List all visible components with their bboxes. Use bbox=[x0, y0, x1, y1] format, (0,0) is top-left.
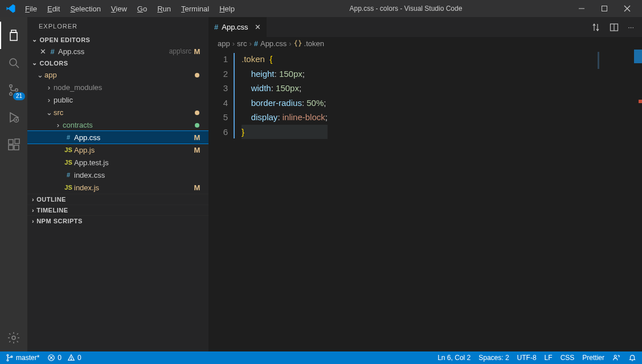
activity-bar: 21 bbox=[0, 17, 27, 351]
file-icon: JS bbox=[63, 184, 74, 191]
breadcrumb-item[interactable]: .token bbox=[304, 39, 324, 48]
title-bar: File Edit Selection View Go Run Terminal… bbox=[0, 0, 642, 17]
svg-rect-13 bbox=[9, 140, 13, 144]
activity-search-icon[interactable] bbox=[0, 49, 27, 76]
file-item[interactable]: #index.css bbox=[27, 169, 208, 181]
breadcrumb-item[interactable]: App.css bbox=[260, 39, 287, 48]
open-editors-label: OPEN EDITORS bbox=[40, 36, 91, 43]
npm-scripts-label: NPM SCRIPTS bbox=[36, 218, 83, 224]
status-bell-icon[interactable] bbox=[628, 354, 636, 362]
svg-point-20 bbox=[7, 354, 9, 356]
code-content[interactable]: .token { height: 150px; width: 150px; bo… bbox=[237, 50, 328, 351]
menu-terminal[interactable]: Terminal bbox=[177, 2, 214, 15]
tab-app-css[interactable]: # App.css ✕ bbox=[208, 17, 267, 37]
folder-public[interactable]: › public bbox=[27, 93, 208, 106]
status-spaces[interactable]: Spaces: 2 bbox=[479, 354, 509, 362]
folder-node-modules[interactable]: › node_modules bbox=[27, 81, 208, 93]
open-editor-status: M bbox=[191, 47, 203, 56]
folder-label: app bbox=[44, 71, 191, 79]
editor-actions: ··· bbox=[583, 23, 642, 32]
breadcrumb-item[interactable]: src bbox=[237, 39, 247, 48]
menu-edit[interactable]: Edit bbox=[43, 2, 64, 15]
close-icon[interactable]: ✕ bbox=[39, 47, 47, 56]
chevron-down-icon: ⌄ bbox=[32, 59, 38, 67]
chevron-down-icon: ⌄ bbox=[35, 71, 44, 79]
chevron-right-icon: › bbox=[32, 196, 34, 203]
svg-rect-16 bbox=[15, 139, 19, 144]
window-controls bbox=[573, 5, 639, 12]
svg-point-22 bbox=[11, 356, 13, 358]
status-feedback-icon[interactable] bbox=[612, 354, 620, 362]
svg-point-8 bbox=[15, 89, 18, 92]
svg-point-27 bbox=[71, 359, 72, 359]
status-lang[interactable]: CSS bbox=[561, 354, 575, 362]
breadcrumb-item[interactable]: app bbox=[218, 39, 230, 48]
status-encoding[interactable]: UTF-8 bbox=[517, 354, 537, 362]
workspace-section[interactable]: ⌄ COLORS bbox=[27, 58, 208, 68]
minimize-button[interactable] bbox=[578, 5, 587, 12]
activity-debug-icon[interactable] bbox=[0, 104, 27, 131]
close-button[interactable] bbox=[624, 5, 633, 12]
explorer-sidebar: EXPLORER ⌄ OPEN EDITORS ✕ # App.css app\… bbox=[27, 17, 208, 351]
file-item[interactable]: JSindex.jsM bbox=[27, 181, 208, 194]
activity-extensions-icon[interactable] bbox=[0, 131, 27, 158]
svg-point-28 bbox=[614, 355, 616, 357]
folder-label: public bbox=[54, 96, 191, 104]
activity-explorer-icon[interactable] bbox=[0, 22, 27, 49]
maximize-button[interactable] bbox=[601, 5, 610, 12]
close-icon[interactable]: ✕ bbox=[255, 23, 261, 31]
open-editor-item[interactable]: ✕ # App.css app\src M bbox=[27, 45, 208, 58]
chevron-right-icon: › bbox=[54, 121, 63, 129]
window-title: App.css - colors - Visual Studio Code bbox=[239, 5, 573, 13]
status-lncol[interactable]: Ln 6, Col 2 bbox=[437, 354, 471, 362]
split-editor-icon[interactable] bbox=[610, 23, 619, 32]
folder-src[interactable]: ⌄ src bbox=[27, 106, 208, 118]
timeline-section[interactable]: › TIMELINE bbox=[27, 205, 208, 215]
chevron-right-icon: › bbox=[44, 96, 54, 104]
more-actions-icon[interactable]: ··· bbox=[628, 23, 634, 32]
status-bar: master* 0 0 Ln 6, Col 2 Spaces: 2 UTF-8 … bbox=[0, 351, 642, 364]
menu-view[interactable]: View bbox=[107, 2, 132, 15]
folder-contracts[interactable]: › contracts bbox=[27, 118, 208, 131]
menu-file[interactable]: File bbox=[21, 2, 42, 15]
status-eol[interactable]: LF bbox=[545, 354, 553, 362]
code-editor[interactable]: 123456 .token { height: 150px; width: 15… bbox=[208, 50, 642, 351]
folder-label: src bbox=[54, 108, 191, 117]
folder-status-dot bbox=[191, 108, 203, 117]
outline-label: OUTLINE bbox=[36, 196, 66, 203]
chevron-right-icon: › bbox=[32, 218, 34, 224]
css-file-icon: # bbox=[254, 39, 258, 48]
svg-point-6 bbox=[10, 85, 13, 88]
menu-help[interactable]: Help bbox=[215, 2, 239, 15]
scm-badge: 21 bbox=[13, 92, 25, 100]
folder-status-dot bbox=[191, 121, 203, 129]
folder-label: node_modules bbox=[54, 83, 191, 92]
overview-ruler[interactable] bbox=[634, 50, 642, 351]
file-label: App.js bbox=[74, 146, 191, 154]
compare-changes-icon[interactable] bbox=[591, 23, 600, 32]
file-label: index.js bbox=[74, 183, 191, 192]
status-branch[interactable]: master* bbox=[6, 354, 39, 362]
svg-rect-15 bbox=[14, 145, 19, 150]
editor-group: # App.css ✕ ··· app › src › # App.css › bbox=[208, 17, 642, 351]
activity-scm-icon[interactable]: 21 bbox=[0, 76, 27, 104]
file-item[interactable]: JSApp.jsM bbox=[27, 144, 208, 156]
file-item[interactable]: #App.cssM bbox=[27, 131, 208, 144]
open-editors-section[interactable]: ⌄ OPEN EDITORS bbox=[27, 34, 208, 45]
outline-section[interactable]: › OUTLINE bbox=[27, 194, 208, 205]
status-problems[interactable]: 0 0 bbox=[47, 354, 81, 362]
activity-settings-icon[interactable] bbox=[0, 324, 27, 351]
breadcrumbs[interactable]: app › src › # App.css › .token bbox=[208, 37, 642, 50]
svg-rect-14 bbox=[9, 145, 13, 150]
menu-run[interactable]: Run bbox=[153, 2, 175, 15]
svg-point-7 bbox=[10, 93, 13, 96]
file-icon: # bbox=[63, 171, 74, 178]
npm-scripts-section[interactable]: › NPM SCRIPTS bbox=[27, 215, 208, 226]
file-item[interactable]: JSApp.test.js bbox=[27, 156, 208, 169]
menu-go[interactable]: Go bbox=[133, 2, 152, 15]
menu-selection[interactable]: Selection bbox=[66, 2, 105, 15]
vscode-logo-icon bbox=[6, 3, 16, 14]
folder-app[interactable]: ⌄ app bbox=[27, 68, 208, 81]
status-formatter[interactable]: Prettier bbox=[582, 354, 604, 362]
chevron-down-icon: ⌄ bbox=[44, 108, 54, 117]
